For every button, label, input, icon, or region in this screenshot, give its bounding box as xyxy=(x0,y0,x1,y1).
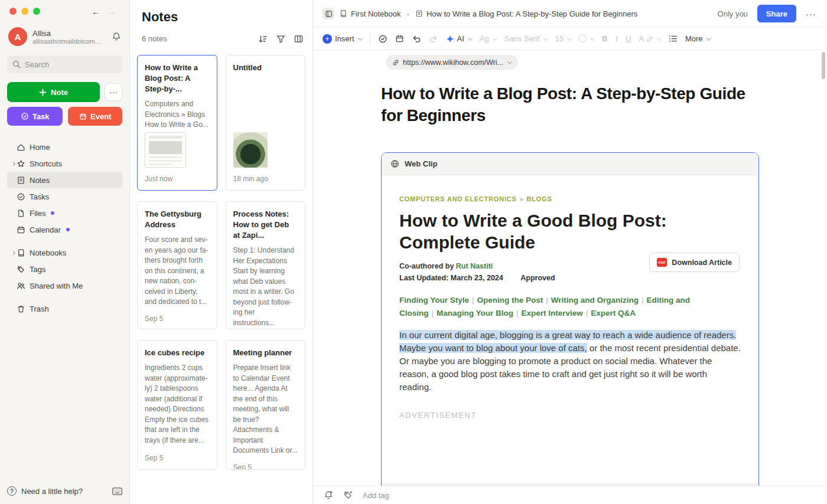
toc-link[interactable]: Opening the Post xyxy=(477,296,543,305)
editor-toolbar: + Insert AI Ag xyxy=(313,28,827,50)
toc-link[interactable]: Finding Your Style xyxy=(399,296,469,305)
forward-arrow-icon[interactable]: → xyxy=(108,6,116,17)
web-clip-header[interactable]: Web Clip xyxy=(382,153,758,175)
close-window-button[interactable] xyxy=(9,8,17,15)
add-tag-field[interactable]: Add tag xyxy=(363,491,389,500)
source-link-pill[interactable]: https://www.wikihow.com/Wri... xyxy=(386,55,518,70)
sidebar-item-home[interactable]: Home xyxy=(7,139,122,155)
ai-button[interactable]: AI xyxy=(446,34,472,43)
account-switcher[interactable]: A Allisa allisaathotmaildotcom@g... xyxy=(7,27,122,46)
sidebar-item-trash[interactable]: Trash xyxy=(7,300,122,317)
note-card-untitled[interactable]: Untitled 18 min ago xyxy=(226,55,306,191)
new-note-button[interactable]: Note xyxy=(7,82,100,102)
toc-link[interactable]: Writing and Organizing xyxy=(551,296,639,305)
calendar-event-icon[interactable] xyxy=(395,34,404,43)
trash-icon xyxy=(17,305,30,313)
sort-icon[interactable] xyxy=(258,35,268,43)
filter-icon[interactable] xyxy=(276,35,285,43)
note-card-title: How to Write a Blog Post: A Step-by-... xyxy=(145,63,210,94)
tag-add-icon[interactable] xyxy=(343,490,353,500)
category-link[interactable]: COMPUTERS AND ELECTRONICS xyxy=(399,195,517,202)
files-icon xyxy=(17,209,30,218)
new-task-button[interactable]: Task xyxy=(7,107,63,126)
minimize-window-button[interactable] xyxy=(21,8,28,15)
task-checkbox-icon[interactable] xyxy=(378,34,388,44)
back-arrow-icon[interactable]: ← xyxy=(92,6,100,17)
breadcrumb-note[interactable]: How to Write a Blog Post: A Step-by-Step… xyxy=(415,9,637,18)
shared-icon xyxy=(17,282,30,290)
sidebar-item-files[interactable]: Files xyxy=(7,205,122,221)
help-label[interactable]: Need a little help? xyxy=(21,487,83,496)
more-button[interactable]: More xyxy=(685,34,711,43)
shortcuts-icon xyxy=(17,159,30,168)
italic-button[interactable]: I xyxy=(616,34,618,44)
keyboard-shortcuts-icon[interactable] xyxy=(112,487,122,495)
note-card-title: Ice cubes recipe xyxy=(145,348,210,358)
new-event-button[interactable]: Event xyxy=(68,107,122,126)
text-color-button[interactable] xyxy=(579,35,594,42)
breadcrumb-separator: › xyxy=(406,9,411,18)
sidebar-item-notes[interactable]: Notes xyxy=(7,172,122,188)
scrollbar-thumb[interactable] xyxy=(822,52,825,79)
note-card-meeting-planner[interactable]: Meeting planner Prepare Insert link to C… xyxy=(226,340,306,470)
sidebar-item-shared-with-me[interactable]: Shared with Me xyxy=(7,277,122,294)
toc-link[interactable]: Managing Your Blog xyxy=(437,309,513,318)
download-article-button[interactable]: PDF Download Article xyxy=(649,253,740,272)
new-event-label: Event xyxy=(90,112,111,121)
note-card-time: 18 min ago xyxy=(233,175,298,183)
view-options-icon[interactable] xyxy=(294,35,303,43)
panel-toggle-icon[interactable] xyxy=(323,8,334,19)
sidebar-item-calendar[interactable]: Calendar xyxy=(7,221,122,238)
search-input[interactable] xyxy=(25,60,117,69)
note-options-button[interactable]: ··· xyxy=(105,83,122,101)
chevron-right-icon xyxy=(11,250,15,254)
bold-button[interactable]: B xyxy=(602,34,607,43)
bullet-list-button[interactable] xyxy=(669,35,678,42)
search-box[interactable] xyxy=(7,55,122,73)
breadcrumb-notebook[interactable]: First Notebook xyxy=(339,9,401,18)
note-card-gettysburg[interactable]: The Gettysburg Address Four score and se… xyxy=(137,201,217,329)
note-card-ice-cubes[interactable]: Ice cubes recipe Ingredients 2 cups wate… xyxy=(137,340,217,470)
highlight-button[interactable]: A xyxy=(639,34,661,43)
note-header: First Notebook › How to Write a Blog Pos… xyxy=(313,0,827,28)
undo-icon[interactable] xyxy=(412,34,421,44)
home-icon xyxy=(17,143,30,152)
toc-link[interactable]: Expert Q&A xyxy=(591,309,636,318)
text-style-button[interactable]: Ag xyxy=(480,34,497,43)
toc-separator: | xyxy=(543,296,551,305)
webclip-intro-paragraph[interactable]: In our current digital age, blogging is … xyxy=(399,329,741,394)
font-family-select[interactable]: Sans Serif xyxy=(504,34,548,43)
more-label: More xyxy=(685,34,703,43)
notifications-bell-icon[interactable] xyxy=(112,32,121,41)
reminder-add-icon[interactable] xyxy=(324,490,333,500)
subcategory-link[interactable]: BLOGS xyxy=(527,195,552,202)
underline-button[interactable]: U xyxy=(626,34,631,43)
tags-icon xyxy=(17,265,30,274)
note-card-process-notes[interactable]: Process Notes: How to get Deb at Zapi...… xyxy=(226,201,306,329)
redo-icon[interactable] xyxy=(429,34,438,44)
source-link-url: https://www.wikihow.com/Wri... xyxy=(403,58,503,67)
sharing-status[interactable]: Only you xyxy=(718,9,748,18)
sidebar-item-notebooks[interactable]: Notebooks xyxy=(7,244,122,261)
sidebar-item-tasks[interactable]: Tasks xyxy=(7,188,122,205)
link-icon xyxy=(392,59,399,66)
note-title[interactable]: How to Write a Blog Post: A Step-by-Step… xyxy=(381,83,750,126)
coauthor-link[interactable]: Rut Nastiti xyxy=(456,262,493,270)
chevron-down-icon xyxy=(657,35,662,40)
sidebar-item-tags[interactable]: Tags xyxy=(7,261,122,277)
sidebar-nav: Home Shortcuts Notes xyxy=(7,139,122,317)
editor-pane: First Notebook › How to Write a Blog Pos… xyxy=(313,0,827,504)
share-button[interactable]: Share xyxy=(757,5,796,22)
note-card-time: Sep 5 xyxy=(145,454,210,462)
toc-link[interactable]: Expert Interview xyxy=(522,309,583,318)
font-size-select[interactable]: 15 xyxy=(555,34,571,43)
chevron-down-icon xyxy=(507,59,512,64)
note-more-options-icon[interactable]: ··· xyxy=(806,9,816,19)
zoom-window-button[interactable] xyxy=(33,8,40,15)
note-footer: Add tag xyxy=(313,486,827,504)
note-card-blog-post[interactable]: How to Write a Blog Post: A Step-by-... … xyxy=(137,55,217,191)
note-body[interactable]: https://www.wikihow.com/Wri... How to Wr… xyxy=(313,50,827,504)
insert-button[interactable]: + Insert xyxy=(323,34,362,44)
sidebar-item-shortcuts[interactable]: Shortcuts xyxy=(7,155,122,172)
help-icon[interactable]: ? xyxy=(7,486,17,496)
